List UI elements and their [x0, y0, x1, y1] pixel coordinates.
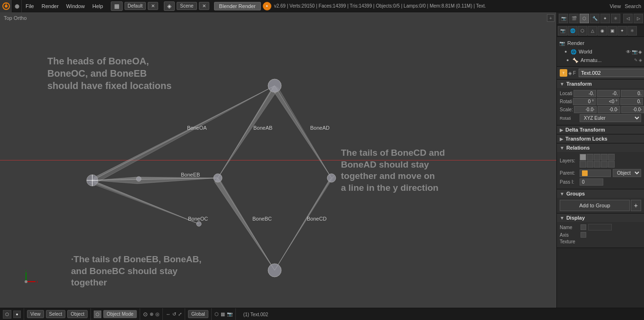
tree-arm-restrict[interactable]: ◈ — [639, 58, 642, 62]
prop-edit-icon[interactable]: ◎ — [155, 311, 160, 317]
scale-y[interactable] — [598, 106, 620, 113]
viewport-expand-btn[interactable]: + — [547, 14, 555, 22]
rot-mode-select[interactable]: XYZ Euler — [580, 114, 641, 122]
camera-icon[interactable]: 📷 — [227, 311, 233, 317]
pi-camera[interactable]: 📷 — [558, 26, 567, 36]
pi-tex[interactable]: ▣ — [608, 26, 617, 36]
menu-file[interactable]: File — [22, 0, 38, 12]
section-transform-header[interactable]: ▼ Transform — [557, 80, 644, 88]
pi-phys[interactable]: ⚛ — [627, 26, 637, 36]
bottom-extra-icons: ⬡ ▦ 📷 — [212, 308, 236, 320]
rotate-manip-icon[interactable]: ↺ — [172, 311, 176, 317]
tree-eye-icon[interactable]: 👁 — [626, 49, 631, 54]
icon-view-2[interactable]: ▷ — [634, 14, 643, 23]
workspace-label-btn[interactable]: Default — [125, 2, 146, 10]
svg-marker-7 — [271, 86, 331, 178]
section-locks-header[interactable]: ▶ Transform Locks — [557, 134, 644, 143]
display-axis-row: Axis — [560, 232, 641, 238]
select-btn[interactable]: Select — [46, 310, 66, 318]
global-btn[interactable]: Global — [188, 310, 208, 318]
render-engine-btn[interactable]: Blender Render — [214, 2, 261, 10]
disp-axis-checkbox[interactable] — [581, 232, 586, 238]
tree-render-icon[interactable]: ◈ — [638, 49, 642, 54]
layer-3[interactable] — [594, 154, 600, 160]
tree-cam-icon[interactable]: 📷 — [632, 49, 637, 54]
object-name-input[interactable] — [579, 69, 644, 77]
menu-window[interactable]: Window — [63, 0, 89, 12]
bottom-dot[interactable]: ● — [13, 311, 21, 318]
tree-row-armature[interactable]: ● 🦴 Armatu... ✎ ◈ — [559, 56, 642, 64]
menu-help[interactable]: Help — [89, 0, 107, 12]
loc-z[interactable] — [621, 90, 644, 97]
section-transform-locks: ▶ Transform Locks — [557, 134, 644, 143]
mode-btn[interactable]: Object Mode — [103, 310, 137, 318]
scale-x[interactable] — [574, 106, 597, 113]
icon-modifiers[interactable]: 🔧 — [590, 14, 599, 23]
section-delta-header[interactable]: ▶ Delta Transform — [557, 125, 644, 134]
bottom-view-section: View Select Object — [24, 308, 91, 320]
section-display-header[interactable]: ▼ Display — [557, 213, 644, 222]
scene-close-btn[interactable]: ✕ — [199, 2, 209, 10]
viewport[interactable]: Top Ortho — [0, 12, 556, 308]
layer-5[interactable] — [608, 154, 615, 160]
rot-label: Rotati — [560, 99, 572, 104]
layer-4[interactable] — [601, 154, 608, 160]
icon-view-1[interactable]: ◁ — [623, 14, 633, 23]
icon-particles[interactable]: ✦ — [600, 14, 610, 23]
view-btn[interactable]: View — [27, 310, 44, 318]
scene-icon-btn[interactable]: ◈ — [164, 1, 175, 11]
pi-world[interactable]: 🌐 — [568, 26, 577, 36]
pass-input[interactable] — [580, 178, 603, 186]
pi-mat[interactable]: ◉ — [598, 26, 607, 36]
rot-x[interactable] — [573, 98, 596, 105]
workspace-close-btn[interactable]: ✕ — [148, 2, 158, 10]
layer-1[interactable] — [580, 154, 586, 160]
icon-object-props[interactable]: ⬡ — [580, 14, 589, 23]
loc-x[interactable] — [573, 90, 596, 97]
layer-6[interactable] — [580, 161, 586, 168]
pi-mesh[interactable]: △ — [588, 26, 597, 36]
add-to-group-button[interactable]: Add to Group — [560, 200, 630, 211]
section-groups-header[interactable]: ▼ Groups — [557, 189, 644, 198]
layer-7[interactable] — [587, 161, 593, 168]
obj-icons: T ◈ F — [560, 69, 576, 77]
scale-manip-icon[interactable]: ⤢ — [178, 311, 182, 317]
workspace-icon-btn[interactable]: ▦ — [111, 1, 123, 11]
icon-physics[interactable]: ⚛ — [611, 14, 620, 23]
transform-manip-icon[interactable]: ↔ — [166, 311, 170, 317]
layer-9[interactable] — [601, 161, 608, 168]
bottom-logo[interactable]: ⬡ — [3, 310, 11, 319]
scene-label-btn[interactable]: Scene — [177, 2, 197, 10]
disp-name-checkbox[interactable] — [581, 224, 586, 230]
section-relations-header[interactable]: ▼ Relations — [557, 143, 644, 152]
disp-name-field[interactable] — [588, 224, 612, 231]
pi-part[interactable]: ✦ — [617, 26, 627, 36]
layer-icon[interactable]: ⬡ — [215, 311, 219, 317]
snap-icon[interactable]: ⊕ — [150, 311, 153, 317]
menu-render[interactable]: Render — [38, 0, 63, 12]
search-label[interactable]: Search — [625, 3, 641, 9]
tree-row-world[interactable]: ● 🌐 World 👁 📷 ◈ — [559, 47, 642, 56]
tree-arm-edit[interactable]: ✎ — [634, 58, 638, 62]
object-btn[interactable]: Object — [67, 310, 88, 318]
pi-obj[interactable]: ⬡ — [578, 26, 587, 36]
rot-z[interactable] — [620, 98, 643, 105]
layer-8[interactable] — [594, 161, 600, 168]
icon-scene[interactable]: 📷 — [559, 14, 568, 23]
parent-field[interactable] — [580, 169, 611, 177]
view-label[interactable]: View — [609, 3, 621, 9]
scale-z[interactable] — [621, 106, 644, 113]
icon-render-result[interactable]: 🎬 — [569, 14, 579, 23]
grid-icon[interactable]: ▦ — [221, 311, 225, 317]
section-display: ▼ Display Name Axis Texture — [557, 213, 644, 248]
parent-type-select[interactable]: Object — [613, 169, 641, 177]
rot-y[interactable] — [597, 98, 619, 105]
layer-2[interactable] — [587, 154, 593, 160]
pivot-icon[interactable]: ⊙ — [143, 311, 148, 318]
layers-row: Layers: — [560, 154, 641, 168]
layer-10[interactable] — [608, 161, 615, 168]
add-group-icon-button[interactable]: + — [631, 200, 641, 211]
tree-row-render[interactable]: 📷 Render — [559, 39, 642, 47]
loc-y[interactable] — [597, 90, 620, 97]
menu-bar: File Render Window Help — [22, 0, 107, 12]
